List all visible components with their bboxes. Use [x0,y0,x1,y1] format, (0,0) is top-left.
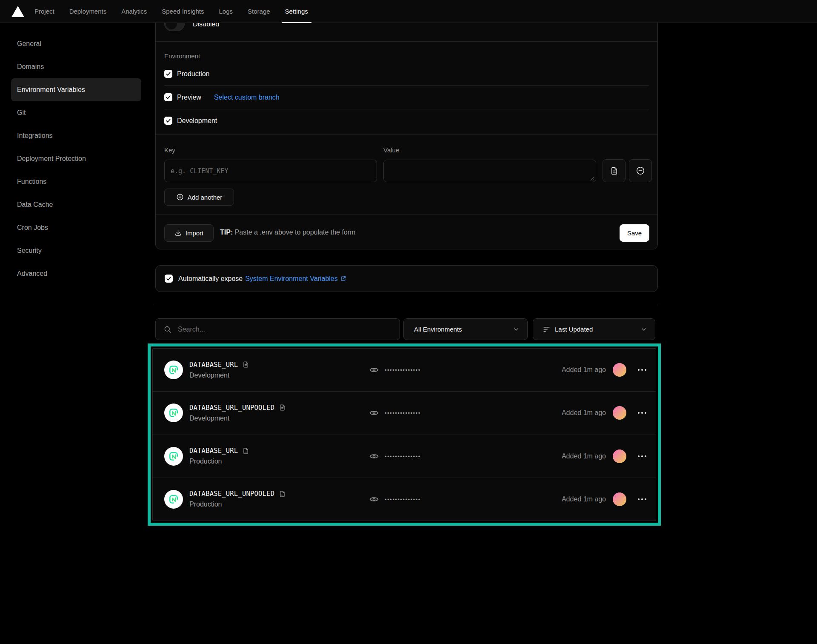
nav-tab-project[interactable]: Project [34,0,55,23]
ellipsis-icon [637,455,647,458]
download-icon [174,229,182,237]
sort-dropdown[interactable]: Last Updated [533,318,655,340]
sidebar-item-advanced[interactable]: Advanced [11,262,141,285]
auto-expose-checkbox[interactable] [165,275,173,283]
production-checkbox[interactable] [164,70,172,78]
env-var-row[interactable]: DATABASE_URL_UNPOOLED Development ••••••… [153,391,656,434]
development-checkbox[interactable] [164,117,172,125]
import-label: Import [186,229,204,237]
env-var-key: DATABASE_URL [189,447,238,455]
divider [164,85,649,86]
added-timestamp: Added 1m ago [562,366,606,374]
sidebar-item-general[interactable]: General [11,32,141,55]
note-icon[interactable] [242,361,249,368]
nav-tab-deployments[interactable]: Deployments [69,0,108,23]
sidebar-item-security[interactable]: Security [11,239,141,262]
avatar [613,449,626,463]
system-env-card: Automatically expose System Environment … [155,265,658,292]
masked-value: •••••••••••••• [385,496,421,502]
env-list-highlight-border: DATABASE_URL Development •••••••••••••• … [148,343,661,526]
note-icon[interactable] [279,490,286,498]
search-input[interactable] [178,326,400,333]
sidebar-item-integrations[interactable]: Integrations [11,124,141,147]
minus-circle-icon [636,166,645,175]
divider [155,305,658,305]
neon-integration-icon [164,404,183,422]
reveal-value-eye-icon[interactable] [369,408,379,418]
reveal-value-eye-icon[interactable] [369,365,379,375]
preview-checkbox[interactable] [164,93,172,101]
divider [164,109,649,109]
sidebar-item-domains[interactable]: Domains [11,55,141,78]
sidebar-item-environment-variables[interactable]: Environment Variables [11,78,141,101]
nav-tabs: Project Deployments Analytics Speed Insi… [34,0,309,23]
avatar [613,363,626,377]
env-var-row[interactable]: DATABASE_URL_UNPOOLED Production •••••••… [153,478,656,521]
value-label: Value [383,146,399,154]
import-button[interactable]: Import [164,224,214,242]
row-actions-menu[interactable] [637,498,647,501]
nav-tab-logs[interactable]: Logs [218,0,234,23]
row-actions-menu[interactable] [637,368,647,372]
nav-tab-settings[interactable]: Settings [284,0,309,23]
reveal-value-eye-icon[interactable] [369,494,379,504]
env-var-environment: Development [189,415,286,422]
add-another-button[interactable]: Add another [164,189,234,206]
sidebar-item-deployment-protection[interactable]: Deployment Protection [11,147,141,170]
production-label: Production [177,70,210,78]
note-icon[interactable] [279,404,286,411]
env-var-environment: Development [189,372,249,379]
nav-tab-analytics[interactable]: Analytics [120,0,148,23]
reveal-value-eye-icon[interactable] [369,451,379,461]
note-icon[interactable] [242,447,249,455]
masked-value: •••••••••••••• [385,410,421,416]
env-var-texts: DATABASE_URL_UNPOOLED Production [189,490,286,508]
external-link-icon [340,275,346,282]
added-timestamp: Added 1m ago [562,452,606,460]
value-input[interactable] [383,160,596,182]
env-var-form-card: Disabled Environment Production Preview … [155,0,658,249]
page: Project Deployments Analytics Speed Insi… [0,0,817,644]
add-another-label: Add another [188,194,223,201]
env-var-texts: DATABASE_URL Development [189,361,249,379]
vercel-logo-icon[interactable] [11,6,24,17]
preview-label: Preview [177,94,201,101]
env-var-row[interactable]: DATABASE_URL Development •••••••••••••• … [153,349,656,391]
tip-bold: TIP: [220,229,233,236]
neon-integration-icon [164,447,183,466]
search-box [155,318,400,340]
masked-value: •••••••••••••• [385,453,421,459]
environment-row-preview: Preview Select custom branch [164,93,280,101]
divider [156,135,657,135]
environment-filter-value: All Environments [414,326,462,333]
settings-sidebar: General Domains Environment Variables Gi… [0,32,155,285]
environment-row-development: Development [164,117,217,125]
sidebar-item-git[interactable]: Git [11,101,141,124]
env-var-row[interactable]: DATABASE_URL Production •••••••••••••• A… [153,435,656,478]
ellipsis-icon [637,498,647,501]
environment-filter-dropdown[interactable]: All Environments [403,318,528,340]
nav-tab-speed-insights[interactable]: Speed Insights [161,0,205,23]
env-var-list: DATABASE_URL Development •••••••••••••• … [152,348,656,521]
paste-env-button[interactable] [603,159,626,182]
select-custom-branch-link[interactable]: Select custom branch [214,94,280,101]
sidebar-item-data-cache[interactable]: Data Cache [11,193,141,216]
neon-integration-icon [164,361,183,379]
file-text-icon [610,166,619,175]
system-env-variables-link[interactable]: System Environment Variables [245,275,346,283]
sidebar-item-functions[interactable]: Functions [11,170,141,193]
nav-tab-storage[interactable]: Storage [247,0,271,23]
sort-icon [543,325,551,333]
import-tip: TIP: Paste a .env above to populate the … [220,229,355,236]
row-actions-menu[interactable] [637,455,647,458]
remove-row-button[interactable] [629,159,652,182]
row-actions-menu[interactable] [637,411,647,415]
key-input[interactable] [164,160,377,182]
chevron-down-icon [513,326,520,333]
env-var-key: DATABASE_URL [189,361,238,369]
env-var-texts: DATABASE_URL Production [189,447,249,465]
sidebar-item-cron-jobs[interactable]: Cron Jobs [11,216,141,239]
added-timestamp: Added 1m ago [562,409,606,417]
save-button[interactable]: Save [620,224,649,242]
env-var-texts: DATABASE_URL_UNPOOLED Development [189,404,286,422]
